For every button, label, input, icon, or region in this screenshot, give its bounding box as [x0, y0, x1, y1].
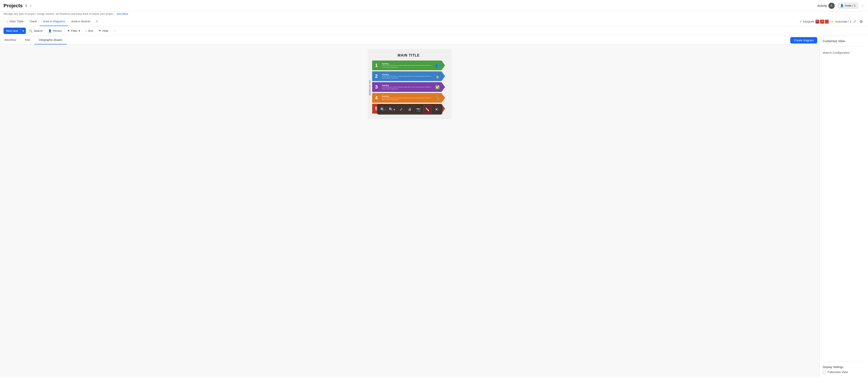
- infographic-row-1: 1 Heading Lorem ipsum dolor sit amet, co…: [372, 61, 445, 70]
- person-icon: 👤: [48, 29, 52, 32]
- person-button[interactable]: 👤 Person: [46, 28, 64, 34]
- row-3-text: Lorem ipsum dolor sit amet, consectetur …: [382, 86, 432, 90]
- header-left: Projects ℹ ☆: [3, 3, 32, 9]
- filter-icon: ▼: [67, 29, 70, 32]
- right-panel: Customize View draw.io Configuration Dis…: [819, 36, 868, 377]
- diagram-area: Workflow flow infographic.drawio Create …: [0, 36, 819, 377]
- infographic-row-4: 4 Heading Lorem ipsum dolor sit amet, co…: [372, 93, 445, 103]
- panel-spacer: [823, 56, 865, 360]
- toolbar-more-button[interactable]: ···: [112, 28, 118, 34]
- hide-label: Hide: [102, 29, 108, 32]
- row-3-content: Heading Lorem ipsum dolor sit amet, cons…: [380, 84, 434, 90]
- zoom-in-button[interactable]: 🔍+: [388, 105, 396, 113]
- fullscreen-label: Fullscreen View: [828, 371, 848, 374]
- tab-drawio-boards[interactable]: draw.io Boards: [68, 17, 93, 26]
- zoom-out-button[interactable]: 🔍-: [379, 105, 387, 113]
- edit-button[interactable]: ✏️: [424, 105, 431, 113]
- tab-gantt[interactable]: Gantt: [27, 17, 40, 26]
- hide-icon: 👁: [98, 29, 101, 32]
- row-2-banner: 2 Heading Lorem ipsum dolor sit amet, co…: [372, 71, 441, 81]
- row-3-arrow: [441, 82, 445, 92]
- tab-bar: ⌂ Main Table Gantt draw.io Diagrams draw…: [0, 17, 868, 26]
- project-title: Projects: [3, 3, 23, 9]
- diagram-toolbar: 🔍- 🔍+ ⤢ 🖨 📷 ✏️ ✕: [377, 104, 442, 115]
- fullscreen-checkbox-row: Fullscreen View: [823, 371, 865, 374]
- row-1-arrow: [441, 61, 445, 70]
- filter-arrow: ▾: [79, 29, 80, 32]
- row-3-banner: 3 Heading Lorem ipsum dolor sit amet, co…: [372, 82, 441, 92]
- diagram-tab-infographic[interactable]: infographic.drawio: [34, 36, 67, 44]
- filter-label: Filter: [71, 29, 78, 32]
- add-tab-button[interactable]: +: [93, 17, 100, 26]
- main-content: Workflow flow infographic.drawio Create …: [0, 36, 868, 377]
- person-label: Person: [53, 29, 62, 32]
- print-button[interactable]: 🖨: [406, 105, 414, 113]
- row-4-heading: Heading: [382, 95, 432, 97]
- integrate-button[interactable]: ⤢ Integrate 📷 ⚡ M: [800, 20, 829, 24]
- activity-button[interactable]: Activity A: [817, 3, 835, 9]
- activity-label: Activity: [817, 4, 827, 7]
- lightning-icon: ⚡: [831, 20, 834, 23]
- more-button[interactable]: ···: [861, 3, 865, 8]
- header-icons: ℹ ☆: [25, 3, 32, 8]
- display-settings: Display Settings Fullscreen View: [823, 361, 865, 374]
- filter-button[interactable]: ▼ Filter ▾: [65, 28, 82, 34]
- tab-bar-right: ⤢ Integrate 📷 ⚡ M ⚡ Automate / 1 ⤢ ⚙: [800, 18, 865, 25]
- tab-drawio-diagrams[interactable]: draw.io Diagrams: [40, 17, 68, 26]
- new-task-dropdown-arrow[interactable]: ▾: [21, 28, 26, 34]
- row-4-content: Heading Lorem ipsum dolor sit amet, cons…: [380, 95, 434, 100]
- row-1-number: 1: [372, 63, 380, 68]
- sort-label: Sort: [88, 29, 93, 32]
- infographic: MAIN TITLE Additional text 1 Heading Lor…: [368, 49, 452, 119]
- sort-button[interactable]: ↕ Sort: [83, 28, 95, 34]
- row-1-heading: Heading: [382, 63, 432, 65]
- row-2-icon: 🏅: [434, 74, 441, 78]
- integrate-icon: ⤢: [800, 20, 802, 23]
- row-4-icon: 🔧: [434, 96, 441, 100]
- display-settings-title: Display Settings: [823, 365, 865, 369]
- row-2-content: Heading Lorem ipsum dolor sit amet, cons…: [380, 73, 434, 79]
- subtitle-bar: Manage any type of project. Assign owner…: [0, 11, 868, 17]
- customize-view-title: Customize View: [823, 39, 865, 43]
- gmail-icon: M: [825, 20, 829, 24]
- invite-label: Invite / 1: [845, 4, 856, 7]
- hide-button[interactable]: 👁 Hide: [96, 28, 111, 34]
- see-more-link[interactable]: See More: [117, 12, 128, 15]
- integrate-label: Integrate: [803, 20, 814, 23]
- diagram-tabs: Workflow flow infographic.drawio Create …: [0, 36, 819, 44]
- row-2-arrow: [441, 71, 445, 81]
- row-1-content: Heading Lorem ipsum dolor sit amet, cons…: [380, 63, 434, 68]
- person-icon: 👤: [840, 4, 844, 7]
- close-toolbar-button[interactable]: ✕: [432, 105, 440, 113]
- home-icon: ⌂: [7, 20, 8, 23]
- row-4-number: 4: [372, 95, 380, 101]
- star-icon[interactable]: ☆: [29, 3, 32, 8]
- settings-button[interactable]: ⚙: [858, 18, 865, 25]
- top-header: Projects ℹ ☆ Activity A 👤 Invite / 1 ···: [0, 0, 868, 11]
- diagram-tab-flow[interactable]: flow: [21, 36, 34, 44]
- create-diagram-button[interactable]: Create diagram: [790, 37, 817, 43]
- integrate-service-icons: 📷 ⚡ M: [815, 20, 829, 24]
- row-1-text: Lorem ipsum dolor sit amet, consectetur …: [382, 65, 432, 68]
- diagram-tab-workflow[interactable]: Workflow: [0, 36, 21, 44]
- fit-button[interactable]: ⤢: [397, 105, 405, 113]
- row-2-text: Lorem ipsum dolor sit amet, consectetur …: [382, 75, 432, 79]
- new-task-button[interactable]: New task ▾: [3, 28, 26, 34]
- search-icon: 🔍: [29, 29, 32, 32]
- invite-button[interactable]: 👤 Invite / 1: [838, 3, 858, 9]
- search-label: Search: [34, 29, 43, 32]
- fullscreen-checkbox[interactable]: [823, 371, 826, 374]
- row-4-arrow: [441, 93, 445, 103]
- row-1-icon: 👥: [434, 63, 441, 68]
- drawio-config-link[interactable]: draw.io Configuration: [823, 51, 865, 54]
- row-3-number: 3: [372, 84, 380, 90]
- search-button[interactable]: 🔍 Search: [27, 28, 45, 34]
- zapier-icon: ⚡: [820, 20, 824, 24]
- expand-button[interactable]: ⤢: [853, 20, 856, 24]
- new-task-label[interactable]: New task: [3, 28, 21, 34]
- tab-main-table[interactable]: ⌂ Main Table: [3, 17, 27, 26]
- screenshot-button[interactable]: 📷: [414, 105, 423, 113]
- subtitle-text: Manage any type of project. Assign owner…: [3, 12, 115, 15]
- info-icon[interactable]: ℹ: [25, 3, 27, 8]
- automate-button[interactable]: ⚡ Automate / 1: [831, 20, 851, 23]
